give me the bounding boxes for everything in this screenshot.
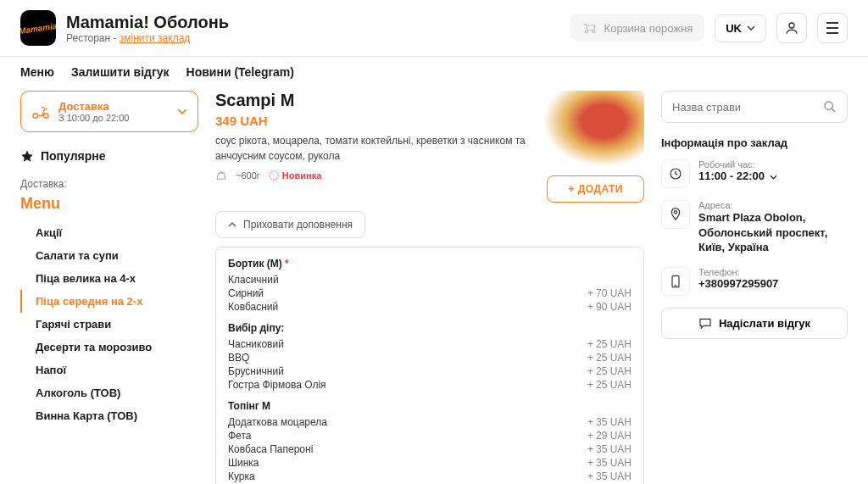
category-item[interactable]: Салати та супи <box>20 244 198 267</box>
addon-name: Додаткова моцарела <box>228 416 327 428</box>
addon-option[interactable]: Сирний+ 70 UAH <box>228 287 632 300</box>
star-icon <box>20 149 34 163</box>
popular-link[interactable]: Популярне <box>20 149 198 163</box>
search-icon <box>823 100 837 114</box>
change-restaurant-link[interactable]: змінити заклад <box>120 32 191 44</box>
addon-price: + 35 UAH <box>587 416 632 428</box>
addon-name: Брусничний <box>228 365 284 377</box>
addon-heading: Топінг M <box>228 400 632 412</box>
language-selector[interactable]: UK <box>715 14 766 42</box>
addon-group: Бортик (M) *КласичнийСирний+ 70 UAHКовба… <box>228 258 632 314</box>
add-to-cart-button[interactable]: + ДОДАТИ <box>547 175 644 203</box>
addon-name: Ковбаса Папероні <box>228 443 313 455</box>
category-item[interactable]: Гарячі страви <box>20 313 198 336</box>
nav-tabs: Меню Залишити відгук Новини (Telegram) <box>0 57 868 91</box>
popular-label: Популярне <box>41 149 106 163</box>
addon-name: Курка <box>228 470 255 482</box>
chevron-up-icon <box>228 222 236 227</box>
svg-point-8 <box>674 211 676 214</box>
nav-menu[interactable]: Меню <box>20 65 54 79</box>
burger-icon <box>826 22 839 34</box>
addon-name: Часниковий <box>228 338 284 350</box>
category-item[interactable]: Піца велика на 4-х <box>20 267 198 290</box>
category-item[interactable]: Десерти та морозиво <box>20 336 198 359</box>
addon-price: + 35 UAH <box>587 457 632 469</box>
addon-price: + 35 UAH <box>587 470 632 482</box>
product-price: 349 UAH <box>215 114 532 128</box>
phone-icon-box <box>661 267 690 296</box>
delivery-selector[interactable]: Доставка З 10:00 до 22:00 <box>20 91 198 132</box>
delivery-time: З 10:00 до 22:00 <box>58 113 169 123</box>
scooter-icon <box>31 104 50 120</box>
new-badge: Новинка <box>269 170 321 181</box>
addon-option[interactable]: Брусничний+ 25 UAH <box>228 364 632 378</box>
pin-icon-box <box>661 200 690 229</box>
user-icon <box>784 20 799 36</box>
toggle-addons-button[interactable]: Приховати доповнення <box>215 211 365 238</box>
addon-name: Фета <box>228 430 251 442</box>
info-title: Інформація про заклад <box>661 136 848 149</box>
send-feedback-button[interactable]: Надіслати відгук <box>661 308 848 339</box>
restaurant-title: Mamamia! Оболонь <box>66 13 560 32</box>
sidebar-delivery-label: Доставка: <box>20 178 198 190</box>
category-item[interactable]: Акції <box>20 221 198 244</box>
addon-name: BBQ <box>228 352 249 364</box>
menu-burger-button[interactable] <box>817 13 848 43</box>
addon-price: + 25 UAH <box>587 379 632 391</box>
addon-option[interactable]: Часниковий+ 25 UAH <box>228 337 632 351</box>
phone-value[interactable]: +380997295907 <box>698 277 778 290</box>
category-item[interactable]: Винна Карта (ТОВ) <box>20 404 198 427</box>
nav-news[interactable]: Новини (Telegram) <box>186 65 294 79</box>
hours-label: Робочий час: <box>698 159 777 170</box>
addon-price: + 25 UAH <box>587 365 632 377</box>
search-box[interactable] <box>661 91 848 123</box>
chevron-down-icon <box>177 108 187 114</box>
addon-option[interactable]: Ковбасний+ 90 UAH <box>228 300 632 314</box>
cart-button[interactable]: Корзина порожня <box>570 14 705 42</box>
hours-value[interactable]: 11:00 - 22:00 <box>698 170 777 182</box>
addon-name: Ковбасний <box>228 301 278 313</box>
addon-price: + 25 UAH <box>587 352 632 364</box>
clock-icon <box>669 167 682 181</box>
addon-option[interactable]: Фета+ 29 UAH <box>228 429 632 442</box>
weight-icon <box>215 170 227 181</box>
svg-point-6 <box>825 102 832 109</box>
svg-point-4 <box>44 113 48 117</box>
addon-group: Вибір діпу: Часниковий+ 25 UAHBBQ+ 25 UA… <box>228 322 632 392</box>
category-item[interactable]: Піца середня на 2-х <box>20 290 198 313</box>
addon-price: + 25 UAH <box>587 338 632 350</box>
addon-option[interactable]: Додаткова моцарела+ 35 UAH <box>228 415 632 429</box>
chat-icon <box>698 317 712 329</box>
addon-name: Гостра Фірмова Олія <box>228 379 326 391</box>
chevron-down-icon <box>747 25 755 31</box>
addon-price: + 29 UAH <box>587 430 632 442</box>
svg-point-3 <box>33 113 37 117</box>
addon-option[interactable]: Курка+ 35 UAH <box>228 470 632 483</box>
addon-option[interactable]: Гостра Фірмова Олія+ 25 UAH <box>228 378 632 392</box>
category-item[interactable]: Алкоголь (ТОВ) <box>20 381 198 404</box>
product-weight: ~600г <box>236 170 260 181</box>
addon-option[interactable]: Шинка+ 35 UAH <box>228 456 632 470</box>
category-item[interactable]: Напої <box>20 359 198 381</box>
addon-heading: Бортик (M) * <box>228 258 632 270</box>
menu-heading: Menu <box>20 195 198 213</box>
addon-option[interactable]: BBQ+ 25 UAH <box>228 351 632 364</box>
subtitle-prefix: Ресторан - <box>66 32 120 44</box>
svg-point-2 <box>789 23 794 28</box>
addon-option[interactable]: Ковбаса Папероні+ 35 UAH <box>228 442 632 456</box>
search-input[interactable] <box>672 101 816 114</box>
phone-icon <box>669 275 682 288</box>
addon-name: Класичний <box>228 274 279 286</box>
address-label: Адреса: <box>698 200 848 210</box>
category-list: АкціїСалати та супиПіца велика на 4-хПіц… <box>20 221 198 427</box>
address-value: Smart Plaza Obolon, Оболонський проспект… <box>698 210 848 255</box>
profile-button[interactable] <box>776 13 807 43</box>
product-description: соус рікота, моцарела, томати коктейльні… <box>215 133 532 164</box>
delivery-label: Доставка <box>58 100 169 113</box>
restaurant-subtitle: Ресторан - змінити заклад <box>66 32 560 44</box>
nav-review[interactable]: Залишити відгук <box>71 65 170 79</box>
addon-heading: Вибір діпу: <box>228 322 632 334</box>
restaurant-logo: Mamamia <box>20 10 56 46</box>
cart-icon <box>582 21 598 35</box>
addon-option[interactable]: Класичний <box>228 273 632 287</box>
